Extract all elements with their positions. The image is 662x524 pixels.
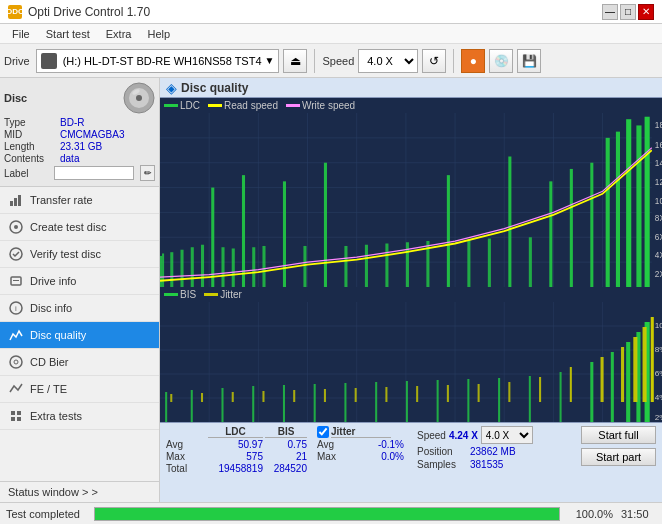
disc-quality-header: ◈ Disc quality <box>160 78 662 98</box>
svg-text:12X: 12X <box>655 176 662 187</box>
start-full-button[interactable]: Start full <box>581 426 656 444</box>
ldc-total: 19458819 <box>208 463 263 474</box>
speed-stat-select[interactable]: 4.0 X <box>481 426 533 444</box>
jitter-header: Jitter <box>331 426 391 438</box>
jitter-checkbox[interactable] <box>317 426 329 438</box>
svg-rect-116 <box>406 381 408 422</box>
nav-disc-quality[interactable]: Disc quality <box>0 322 159 349</box>
status-window-button[interactable]: Status window > > <box>0 481 159 502</box>
length-label: Length <box>4 141 56 152</box>
svg-rect-136 <box>447 385 449 402</box>
bis-max: 21 <box>265 451 307 462</box>
toolbar-separator-2 <box>453 49 454 73</box>
svg-rect-143 <box>633 337 637 402</box>
fe-te-icon <box>8 381 24 397</box>
svg-point-15 <box>14 360 18 364</box>
nav-create-test-disc[interactable]: Create test disc <box>0 214 159 241</box>
drive-info-icon <box>8 273 24 289</box>
svg-rect-111 <box>252 386 254 422</box>
start-part-button[interactable]: Start part <box>581 448 656 466</box>
svg-rect-36 <box>162 253 164 287</box>
speed-select[interactable]: 4.0 X 8.0 X <box>358 49 418 73</box>
svg-rect-43 <box>232 248 235 287</box>
max-label: Max <box>166 451 206 462</box>
settings-button[interactable]: ● <box>461 49 485 73</box>
svg-rect-61 <box>570 169 573 287</box>
svg-text:6%: 6% <box>655 369 662 378</box>
svg-rect-57 <box>488 239 491 287</box>
read-speed-legend-label: Read speed <box>224 100 278 111</box>
drive-icon <box>41 53 57 69</box>
app-icon: ODC <box>8 5 22 19</box>
svg-rect-38 <box>180 250 183 287</box>
menu-extra[interactable]: Extra <box>98 26 140 42</box>
nav-verify-test-disc[interactable]: Verify test disc <box>0 241 159 268</box>
progress-time: 31:50 <box>621 508 656 520</box>
contents-value: data <box>60 153 79 164</box>
disc-button[interactable]: 💿 <box>489 49 513 73</box>
main-layout: Disc Type BD-R MID CMCMAGBA3 Length 23.3… <box>0 78 662 502</box>
close-button[interactable]: ✕ <box>638 4 654 20</box>
type-value: BD-R <box>60 117 84 128</box>
svg-rect-129 <box>232 392 234 402</box>
bottom-chart-container: 10% 8% 6% 4% 2% 30 25 20 15 10 0.0 2.5 5… <box>160 302 662 422</box>
svg-rect-46 <box>262 246 265 287</box>
avg-label: Avg <box>166 439 206 450</box>
nav-cd-bier[interactable]: CD Bier <box>0 349 159 376</box>
nav-cd-bier-label: CD Bier <box>30 356 69 368</box>
ldc-header: LDC <box>208 426 263 438</box>
type-label: Type <box>4 117 56 128</box>
menu-file[interactable]: File <box>4 26 38 42</box>
svg-rect-11 <box>13 280 19 281</box>
svg-rect-63 <box>606 138 610 287</box>
refresh-button[interactable]: ↺ <box>422 49 446 73</box>
jitter-stats: Jitter Avg -0.1% Max 0.0% <box>317 426 407 462</box>
nav-transfer-rate[interactable]: Transfer rate <box>0 187 159 214</box>
svg-text:14X: 14X <box>655 158 662 169</box>
nav-verify-test-disc-label: Verify test disc <box>30 248 101 260</box>
chart-bottom-legend: BIS Jitter <box>160 287 662 302</box>
svg-rect-117 <box>437 380 439 422</box>
svg-rect-127 <box>170 394 172 402</box>
svg-rect-59 <box>529 237 532 287</box>
svg-rect-115 <box>375 382 377 422</box>
drive-selector[interactable]: (H:) HL-DT-ST BD-RE WH16NS58 TST4 ▼ <box>36 49 280 73</box>
label-input[interactable] <box>54 166 134 180</box>
nav-disc-quality-label: Disc quality <box>30 329 86 341</box>
svg-rect-56 <box>467 240 470 287</box>
menu-help[interactable]: Help <box>139 26 178 42</box>
disc-icon <box>123 82 155 114</box>
mid-label: MID <box>4 129 56 140</box>
toolbar-separator <box>314 49 315 73</box>
drive-dropdown-arrow: ▼ <box>265 55 275 66</box>
svg-text:8X: 8X <box>655 212 662 223</box>
samples-value: 381535 <box>470 459 503 470</box>
jitter-legend: Jitter <box>204 289 242 300</box>
nav-extra-tests[interactable]: Extra tests <box>0 403 159 430</box>
svg-rect-49 <box>324 163 327 287</box>
create-test-disc-icon <box>8 219 24 235</box>
nav-disc-info-label: Disc info <box>30 302 72 314</box>
svg-rect-45 <box>252 247 255 287</box>
nav-transfer-rate-label: Transfer rate <box>30 194 93 206</box>
nav-fe-te[interactable]: FE / TE <box>0 376 159 403</box>
eject-button[interactable]: ⏏ <box>283 49 307 73</box>
nav-disc-info[interactable]: i Disc info <box>0 295 159 322</box>
maximize-button[interactable]: □ <box>620 4 636 20</box>
svg-rect-16 <box>11 411 15 415</box>
nav-drive-info[interactable]: Drive info <box>0 268 159 295</box>
jitter-max-label: Max <box>317 451 347 462</box>
svg-rect-134 <box>385 387 387 402</box>
jitter-max: 0.0% <box>349 451 404 462</box>
save-button[interactable]: 💾 <box>517 49 541 73</box>
minimize-button[interactable]: — <box>602 4 618 20</box>
menu-start-test[interactable]: Start test <box>38 26 98 42</box>
bis-total: 284520 <box>265 463 307 474</box>
svg-rect-37 <box>170 252 173 287</box>
samples-label: Samples <box>417 459 467 470</box>
svg-rect-47 <box>283 181 286 287</box>
cd-bier-icon <box>8 354 24 370</box>
svg-rect-113 <box>314 384 316 422</box>
ldc-avg: 50.97 <box>208 439 263 450</box>
label-edit-button[interactable]: ✏ <box>140 165 155 181</box>
